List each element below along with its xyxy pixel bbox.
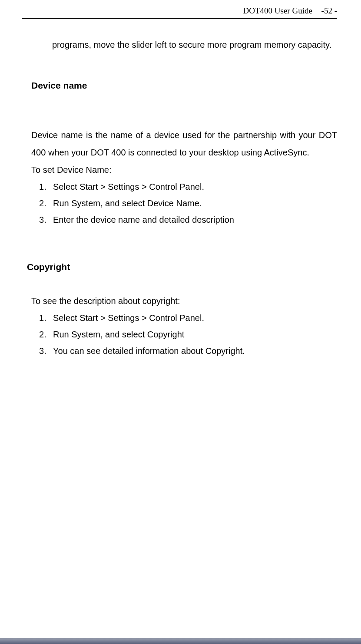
intro-paragraph: programs, move the slider left to secure…	[31, 36, 337, 53]
device-name-lead: To set Device Name:	[31, 161, 337, 178]
list-item: Select Start > Settings > Control Panel.	[39, 310, 337, 326]
device-name-steps: Select Start > Settings > Control Panel.…	[31, 178, 337, 228]
section-heading-device-name: Device name	[31, 80, 337, 91]
header-rule	[22, 18, 337, 19]
document-page: DOT400 User Guide -52 - programs, move t…	[0, 0, 361, 644]
copyright-lead: To see the description about copyright:	[31, 292, 337, 310]
header-title: DOT400 User Guide	[243, 6, 312, 15]
header-page-number: -52 -	[321, 6, 337, 15]
section-heading-copyright: Copyright	[27, 262, 337, 272]
content-area: programs, move the slider left to secure…	[22, 36, 337, 359]
footer-bar	[0, 638, 361, 644]
list-item: Run System, and select Copyright	[39, 326, 337, 343]
list-item: Enter the device name and detailed descr…	[39, 211, 337, 228]
device-name-paragraph: Device name is the name of a device used…	[31, 126, 337, 161]
list-item: Run System, and select Device Name.	[39, 195, 337, 211]
list-item: Select Start > Settings > Control Panel.	[39, 178, 337, 195]
copyright-steps: Select Start > Settings > Control Panel.…	[31, 310, 337, 359]
list-item: You can see detailed information about C…	[39, 343, 337, 359]
page-header: DOT400 User Guide -52 -	[22, 0, 337, 19]
